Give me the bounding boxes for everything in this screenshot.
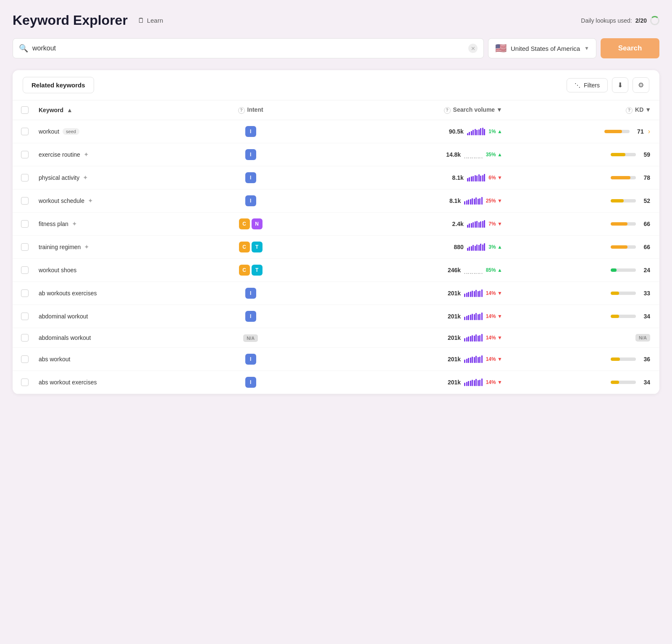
bar-segment [475, 221, 476, 228]
bar-segment [476, 244, 478, 251]
bar-segment [478, 357, 479, 363]
search-row: 🔍 ✕ 🇺🇸 United States of America ▼ Search [13, 38, 659, 58]
volume-cell-inner: 14.8k 35% ▲ [300, 151, 502, 158]
row-checkbox[interactable] [21, 289, 29, 297]
kd-bar-fill [604, 130, 622, 133]
ai-icon[interactable]: ✦ [84, 243, 89, 251]
volume-number: 8.1k [444, 197, 461, 204]
volume-help-icon[interactable]: ? [444, 107, 451, 114]
bar-segment [475, 197, 477, 205]
ai-icon[interactable]: ✦ [72, 220, 77, 228]
col-intent-header[interactable]: ? Intent [206, 100, 295, 120]
col-kd-header[interactable]: ? KD ▼ [507, 100, 659, 120]
table-row: abs workout exercisesI 201k 14% ▼ 34 [13, 371, 659, 394]
keyword-cell: abdominal workout [39, 313, 201, 320]
row-checkbox[interactable] [21, 197, 29, 205]
kd-bar-fill [611, 176, 630, 179]
volume-cell: 201k 14% ▼ [295, 328, 507, 348]
keyword-text: workout schedule [39, 197, 84, 204]
bar-segment [472, 357, 473, 363]
download-button[interactable]: ⬇ [612, 77, 628, 93]
intent-badge-I: I [245, 172, 256, 183]
row-checkbox[interactable] [21, 220, 29, 228]
chevron-down-icon: ▼ [584, 45, 589, 51]
trend-indicator: 6% ▼ [488, 175, 502, 181]
row-checkbox[interactable] [21, 174, 29, 181]
row-checkbox[interactable] [21, 128, 29, 135]
row-checkbox[interactable] [21, 355, 29, 363]
bar-segment [479, 273, 480, 274]
table-row: workout schedule✦I 8.1k 25% ▼ 52 [13, 189, 659, 213]
select-all-checkbox[interactable] [21, 106, 29, 114]
bar-segment [471, 131, 472, 135]
volume-sort-icon: ▼ [496, 106, 502, 113]
bar-segment [470, 336, 471, 342]
kd-bar [604, 130, 630, 133]
volume-cell: 880 3% ▲ [295, 236, 507, 259]
volume-cell: 201k 14% ▼ [295, 282, 507, 305]
col-volume-header[interactable]: ? Search volume ▼ [295, 100, 507, 120]
row-arrow-icon[interactable]: › [648, 128, 650, 135]
kd-bar-fill [611, 199, 624, 202]
daily-label: Daily lookups used: [581, 17, 632, 24]
bar-segment [466, 158, 467, 158]
flag-icon: 🇺🇸 [495, 43, 507, 54]
kd-number: 36 [640, 356, 650, 363]
row-checkbox[interactable] [21, 379, 29, 386]
volume-number: 201k [444, 334, 461, 341]
volume-cell: 8.1k 25% ▼ [295, 189, 507, 213]
intent-cell: I [206, 120, 295, 143]
row-checkbox[interactable] [21, 313, 29, 320]
volume-cell-inner: 8.1k 25% ▼ [300, 197, 502, 205]
settings-button[interactable]: ⚙ [633, 77, 649, 93]
bar-segment [475, 129, 476, 135]
kd-bar [611, 268, 636, 272]
volume-cell-inner: 201k 14% ▼ [300, 289, 502, 297]
intent-help-icon[interactable]: ? [238, 107, 245, 114]
bar-segment [474, 273, 475, 274]
kd-cell-inner: 36 [512, 356, 654, 363]
intent-badge-I: I [245, 126, 256, 137]
kd-cell-inner: 24 [512, 267, 654, 273]
tab-related-keywords[interactable]: Related keywords [23, 77, 94, 93]
trend-indicator: 25% ▼ [486, 198, 502, 204]
learn-button[interactable]: 🗒 Learn [134, 15, 166, 26]
bar-segment [478, 336, 479, 342]
kd-na-badge: N/A [635, 334, 650, 342]
clear-icon[interactable]: ✕ [468, 44, 478, 53]
kd-number: 52 [640, 197, 650, 204]
bar-segment [478, 222, 480, 228]
bar-segment [470, 158, 471, 158]
search-input[interactable] [32, 39, 464, 58]
row-checkbox[interactable] [21, 243, 29, 251]
row-checkbox[interactable] [21, 151, 29, 158]
volume-bar-chart [467, 220, 486, 228]
search-button[interactable]: Search [601, 38, 659, 58]
ai-icon[interactable]: ✦ [88, 197, 93, 205]
row-checkbox[interactable] [21, 334, 29, 342]
intent-badge-C: C [239, 242, 250, 252]
seed-badge: seed [63, 128, 79, 135]
volume-bar-chart [464, 151, 483, 158]
sort-icon: ▲ [67, 107, 73, 113]
bar-segment [479, 291, 480, 297]
keyword-cell: abs workout [39, 356, 201, 363]
intent-badge-I: I [245, 377, 256, 388]
kd-number: 33 [640, 290, 650, 297]
row-checkbox[interactable] [21, 266, 29, 274]
bar-segment [464, 317, 465, 320]
bar-segment [469, 177, 470, 181]
kd-help-icon[interactable]: ? [626, 107, 633, 114]
trend-indicator: 35% ▲ [486, 152, 502, 158]
bar-segment [476, 221, 478, 228]
na-badge: N/A [243, 334, 258, 342]
filters-button[interactable]: ⋱ Filters [567, 78, 608, 92]
volume-cell-inner: 2.4k 7% ▼ [300, 220, 502, 228]
ai-icon[interactable]: ✦ [84, 151, 89, 158]
volume-number: 201k [444, 290, 461, 297]
table-row: physical activity✦I 8.1k 6% ▼ 78 [13, 166, 659, 189]
volume-number: 8.1k [447, 174, 464, 181]
country-select[interactable]: 🇺🇸 United States of America ▼ [488, 38, 596, 58]
col-keyword-header[interactable]: Keyword ▲ [34, 100, 206, 120]
ai-icon[interactable]: ✦ [83, 174, 88, 181]
